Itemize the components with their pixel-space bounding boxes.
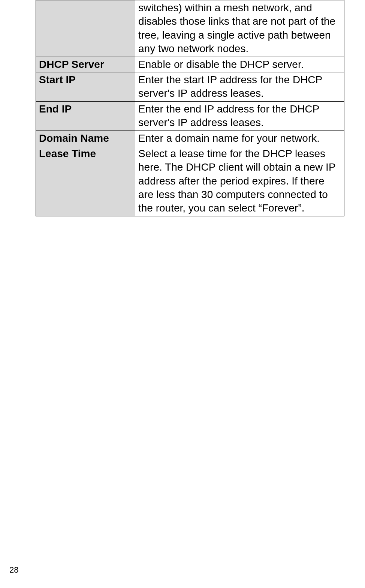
table-row: Lease Time Select a lease time for the D…: [36, 146, 344, 216]
table-value-cell: Enter the end IP address for the DHCP se…: [135, 101, 344, 130]
table-row: End IP Enter the end IP address for the …: [36, 101, 344, 130]
table-label-cell: [36, 0, 135, 57]
table-value-cell: Enter a domain name for your network.: [135, 130, 344, 146]
table-row: Start IP Enter the start IP address for …: [36, 72, 344, 101]
table-label-cell: End IP: [36, 101, 135, 130]
settings-table-container: switches) within a mesh network, and dis…: [36, 0, 344, 216]
page-number: 28: [9, 565, 18, 575]
settings-table: switches) within a mesh network, and dis…: [36, 0, 344, 216]
table-value-cell: switches) within a mesh network, and dis…: [135, 0, 344, 57]
table-label-cell: Lease Time: [36, 146, 135, 216]
table-value-cell: Enter the start IP address for the DHCP …: [135, 72, 344, 101]
table-row: Domain Name Enter a domain name for your…: [36, 130, 344, 146]
table-label-cell: Domain Name: [36, 130, 135, 146]
table-value-cell: Select a lease time for the DHCP leases …: [135, 146, 344, 216]
table-row: switches) within a mesh network, and dis…: [36, 0, 344, 57]
table-label-cell: Start IP: [36, 72, 135, 101]
table-row: DHCP Server Enable or disable the DHCP s…: [36, 57, 344, 72]
table-value-cell: Enable or disable the DHCP server.: [135, 57, 344, 72]
table-label-cell: DHCP Server: [36, 57, 135, 72]
